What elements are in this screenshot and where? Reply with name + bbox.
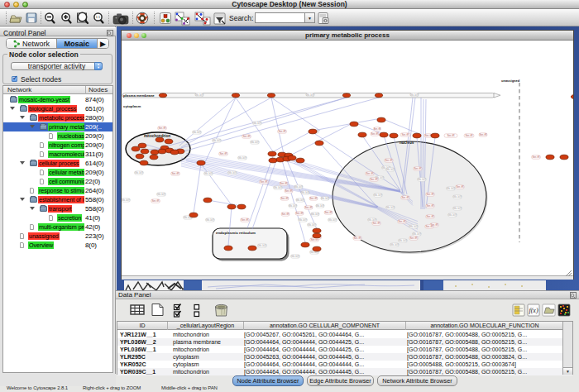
svg-text:Glc-k@: Glc-k@: [299, 218, 308, 222]
svg-text:Glc-k@: Glc-k@: [206, 218, 215, 222]
svg-text:Ser-tR: Ser-tR: [241, 218, 249, 222]
svg-text:Glc-k@: Glc-k@: [135, 171, 144, 174]
svg-text:Ser-tR: Ser-tR: [401, 196, 409, 199]
svg-text:Ser-tR: Ser-tR: [295, 212, 304, 215]
svg-text:1:1: 1:1: [96, 16, 100, 19]
svg-text:Glc-k@: Glc-k@: [228, 171, 237, 174]
svg-text:Glc-k@: Glc-k@: [311, 213, 320, 216]
svg-text:Glc-k@: Glc-k@: [195, 93, 204, 97]
svg-text:Ser-tR: Ser-tR: [372, 222, 380, 225]
svg-text:Ser-tR: Ser-tR: [324, 211, 333, 214]
svg-text:Ser-tR: Ser-tR: [532, 155, 540, 159]
svg-text:Ser-tR: Ser-tR: [171, 172, 179, 175]
svg-text:Ser-tR: Ser-tR: [219, 152, 227, 155]
svg-text:Ser-tR: Ser-tR: [353, 237, 361, 240]
svg-text:Glc-k@: Glc-k@: [418, 178, 427, 181]
svg-text:Glc-k@: Glc-k@: [386, 168, 395, 171]
svg-text:Glc-k@: Glc-k@: [213, 139, 222, 142]
svg-text:f(x): f(x): [529, 307, 538, 314]
svg-text:Ser-tR: Ser-tR: [409, 237, 418, 240]
svg-text:Glc-k@: Glc-k@: [453, 195, 462, 198]
svg-text:Ser-tR: Ser-tR: [281, 213, 290, 216]
svg-text:Glc-k@: Glc-k@: [301, 191, 310, 194]
svg-text:Ser-tR: Ser-tR: [479, 133, 487, 136]
svg-text:Ser-tR: Ser-tR: [278, 130, 286, 133]
svg-text:unassigned: unassigned: [501, 79, 520, 83]
svg-text:Glc-k@: Glc-k@: [122, 198, 130, 202]
svg-text:Glc-k@: Glc-k@: [447, 187, 456, 190]
svg-text:Ser-tR: Ser-tR: [456, 185, 464, 189]
svg-text:Ser-tR: Ser-tR: [371, 132, 379, 136]
svg-text:Ser-tR: Ser-tR: [242, 135, 251, 138]
svg-text:Ser-tR: Ser-tR: [151, 199, 160, 203]
svg-text:Glc-k@: Glc-k@: [238, 156, 247, 160]
svg-text:Glc-k@: Glc-k@: [321, 197, 330, 200]
svg-text:Glc-k@: Glc-k@: [274, 186, 283, 189]
svg-text:Glc-k@: Glc-k@: [448, 213, 457, 217]
svg-text:Ser-tR: Ser-tR: [304, 206, 313, 209]
svg-text:Ser-tR: Ser-tR: [426, 215, 434, 218]
svg-text:Ser-tR: Ser-tR: [425, 225, 433, 228]
svg-text:Ser-tR: Ser-tR: [366, 172, 374, 175]
svg-text:Glc-k@: Glc-k@: [328, 218, 337, 222]
svg-text:Glc-k@: Glc-k@: [157, 193, 166, 196]
svg-text:Glc-k@: Glc-k@: [251, 141, 260, 144]
svg-text:Ser-tR: Ser-tR: [260, 180, 268, 184]
svg-text:Glc-k@: Glc-k@: [291, 255, 300, 258]
svg-text:Ser-tR: Ser-tR: [370, 178, 378, 181]
svg-text:Glc-k@: Glc-k@: [390, 243, 400, 246]
svg-text:Glc-k@: Glc-k@: [294, 185, 304, 189]
svg-text:Glc-k@: Glc-k@: [374, 194, 383, 197]
svg-text:Ser-tR: Ser-tR: [285, 189, 293, 193]
svg-text:Ser-tR: Ser-tR: [385, 159, 393, 162]
svg-text:Glc-k@: Glc-k@: [204, 172, 213, 175]
svg-text:Ser-tR: Ser-tR: [373, 127, 381, 131]
svg-text:Ser-tR: Ser-tR: [280, 182, 288, 185]
svg-text:Ser-tR: Ser-tR: [447, 134, 455, 137]
svg-text:Glc-k@: Glc-k@: [296, 198, 305, 202]
svg-text:Glc-k@: Glc-k@: [253, 122, 262, 125]
svg-text:nucleus: nucleus: [400, 141, 414, 145]
svg-text:Glc-k@: Glc-k@: [316, 204, 325, 208]
svg-text:Glc-k@: Glc-k@: [399, 239, 408, 242]
svg-text:Ser-tR: Ser-tR: [414, 167, 422, 170]
svg-text:Ser-tR: Ser-tR: [309, 197, 318, 200]
svg-text:Ser-tR: Ser-tR: [401, 133, 409, 136]
svg-text:Glc-k@: Glc-k@: [453, 207, 462, 210]
svg-text:Glc-k@: Glc-k@: [193, 131, 202, 134]
svg-text:cytoplasm: cytoplasm: [123, 104, 141, 108]
svg-text:Ser-tR: Ser-tR: [426, 193, 434, 196]
svg-text:Glc-k@: Glc-k@: [413, 232, 422, 236]
svg-text:Ser-tR: Ser-tR: [398, 220, 406, 223]
svg-text:Glc-k@: Glc-k@: [308, 223, 317, 227]
svg-text:Glc-k@: Glc-k@: [409, 225, 419, 228]
svg-text:Glc-k@: Glc-k@: [410, 93, 419, 97]
svg-text:Ser-tR: Ser-tR: [280, 197, 289, 200]
svg-text:Glc-k@: Glc-k@: [258, 244, 267, 247]
svg-text:plasma membrane: plasma membrane: [123, 93, 155, 98]
svg-text:Ser-tR: Ser-tR: [465, 134, 473, 137]
svg-text:Ser-tR: Ser-tR: [158, 127, 166, 130]
svg-text:endoplasmic reticulum: endoplasmic reticulum: [216, 231, 256, 235]
svg-text:Glc-k@: Glc-k@: [306, 93, 315, 97]
svg-text:Ser-tR: Ser-tR: [426, 204, 434, 208]
svg-text:Glc-k@: Glc-k@: [289, 204, 298, 208]
svg-text:Glc-k@: Glc-k@: [386, 206, 395, 209]
